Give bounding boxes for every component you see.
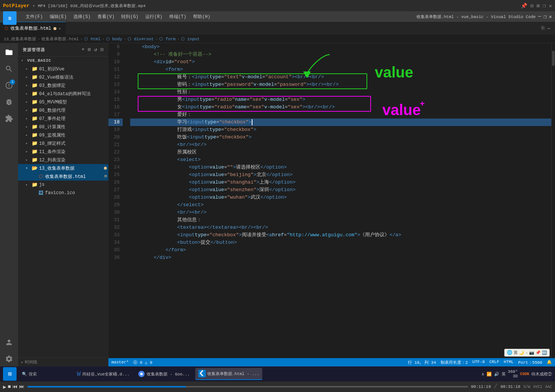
breadcrumb-body[interactable]: ⬡ body — [106, 36, 122, 41]
restore-icon[interactable]: ⊞ — [537, 3, 540, 9]
collapse-icon[interactable]: ⊟ — [100, 47, 104, 53]
vscode-minimize[interactable]: ─ — [538, 14, 541, 20]
activity-files[interactable] — [2, 45, 17, 60]
minimize-icon[interactable]: ⊟ — [530, 3, 533, 9]
maximize-icon[interactable]: ❐ — [543, 3, 546, 9]
git-badge: 1 — [10, 79, 15, 85]
tree-folder-10[interactable]: ▸ 📁 10_绑定样式 — [18, 139, 108, 147]
tree-folder-12[interactable]: ▸ 📁 12_列表渲染 — [18, 156, 108, 164]
potplayer-titlebar: PotPlayer ▾ MP4 [38/168] 038_尚硅谷Vue技术_收集… — [0, 0, 555, 11]
code-line-12: 账号：<input type="text" v-model="account">… — [130, 73, 551, 81]
breadcrumb-file[interactable]: 收集表单数据.html — [41, 36, 79, 42]
tree-folder-01[interactable]: ▸ 📁 01_初识Vue — [18, 65, 108, 73]
taskbar-time: 360° 3D — [508, 369, 518, 378]
taskbar-vscode[interactable]: 收集表单数据.html - ... — [195, 368, 263, 380]
tree-folder-08[interactable]: ▸ 📁 08_计算属性 — [18, 123, 108, 131]
tree-folder-11[interactable]: ▸ 📁 11_条件渲染 — [18, 147, 108, 156]
status-line-ending[interactable]: CRLF — [489, 360, 499, 365]
menu-view[interactable]: 查看(V) — [94, 12, 118, 21]
tree-file-html[interactable]: ▸ ⬡ 收集表单数据.html M — [18, 172, 108, 181]
breadcrumb-html[interactable]: ⬡ html — [84, 36, 100, 41]
menu-terminal[interactable]: 终端(T) — [166, 12, 190, 21]
status-language[interactable]: HTML — [504, 360, 514, 365]
close-icon[interactable]: ✕ — [549, 3, 552, 9]
tab-close-button[interactable]: ✕ — [59, 26, 61, 31]
media-progress-bar[interactable] — [27, 386, 468, 387]
menu-run[interactable]: 运行(R) — [142, 12, 166, 21]
pin-icon[interactable]: 📌 — [521, 3, 527, 9]
status-git[interactable]: master* — [111, 360, 129, 365]
status-bell[interactable]: 🔔 — [547, 360, 552, 365]
breadcrumb-input[interactable]: ⬡ input — [181, 36, 200, 41]
vscode-close[interactable]: ✕ — [549, 14, 552, 20]
menu-select[interactable]: 选择(S) — [70, 12, 94, 21]
activity-search[interactable] — [2, 61, 17, 76]
code-line-30: <br/><br/> — [130, 209, 551, 216]
split-editor-icon[interactable]: ⎘ — [541, 25, 544, 31]
media-time-total: 00:31:18 — [500, 384, 520, 389]
breadcrumb-form[interactable]: ⬡ form — [159, 36, 175, 41]
status-encoding[interactable]: UTF-8 — [472, 360, 485, 365]
potplayer-dropdown[interactable]: ▾ — [32, 3, 35, 8]
status-port[interactable]: Port：5500 — [518, 360, 542, 365]
taskbar-csdn[interactable]: CSDN — [520, 372, 529, 376]
taskbar-search[interactable]: 🔍 搜索 — [19, 368, 71, 380]
status-line-col[interactable]: 行 18, 列 34 — [408, 360, 436, 365]
tree-folder-03[interactable]: ▸ 📁 03_数据绑定 — [18, 81, 108, 90]
timeline-bar[interactable]: ▸ 时间线 — [18, 357, 108, 366]
menu-help[interactable]: 帮助(H) — [190, 12, 213, 21]
stop-button[interactable]: ■ — [8, 384, 11, 390]
media-controls: ▶ ■ ⏮ ⏭ — [3, 384, 24, 390]
taskbar-network[interactable]: 📶 — [487, 372, 492, 377]
activity-account[interactable] — [2, 335, 17, 350]
tree-folder-js[interactable]: ▸ 📁 js — [18, 181, 108, 189]
status-selection[interactable]: 制表符长度：2 — [441, 360, 468, 365]
taskbar-chevron[interactable]: ∧ — [482, 372, 484, 377]
breadcrumb-div[interactable]: ⬡ div#root — [128, 36, 154, 41]
tree-folder-02[interactable]: ▸ 📁 02_Vue模板语法 — [18, 73, 108, 81]
code-content[interactable]: value value + <body> <!-- 准备好一个容器--> <di… — [126, 43, 551, 358]
tree-folder-06[interactable]: ▸ 📁 06_数据代理 — [18, 106, 108, 114]
menu-edit[interactable]: 编辑(E) — [47, 12, 70, 21]
activity-git[interactable]: 1 — [2, 78, 17, 93]
vscode-restore[interactable]: ❐ — [543, 14, 546, 20]
new-folder-icon[interactable]: ⊞ — [88, 47, 91, 53]
code-line-10: <div id="root"> — [130, 58, 551, 66]
taskbar-ime[interactable]: 英 — [502, 371, 506, 377]
scrollbar-thumb[interactable] — [552, 51, 555, 66]
next-button[interactable]: ⏭ — [19, 384, 24, 390]
tree-root-vue-basic[interactable]: ▾ VUE_BASIC — [18, 56, 108, 65]
taskbar-right: ∧ 📶 🔊 英 360° 3D CSDN 待木成橙② — [482, 369, 552, 378]
activity-settings[interactable] — [2, 351, 17, 366]
code-line-26: <option value="shanghai">上海</option> — [130, 179, 551, 186]
breadcrumb-folder[interactable]: 13_收集表单数据 — [4, 36, 36, 42]
tree-file-favicon[interactable]: ▸ 🖼 favicon.ico — [18, 189, 108, 197]
editor-area: 8 9 10 11 12 13 14 15 16 17 18 19 20 21 … — [108, 43, 555, 366]
tree-folder-04[interactable]: ▸ 📁 04_el与data的两种写法 — [18, 90, 108, 98]
scrollbar[interactable] — [551, 43, 555, 358]
code-line-21: <br/><br/> — [130, 141, 551, 149]
media-codec-sw: S/W — [523, 385, 530, 389]
status-errors[interactable]: ⓪ 0 △ 0 — [133, 360, 152, 365]
tree-folder-07[interactable]: ▸ 📁 07_事件处理 — [18, 114, 108, 123]
windows-taskbar: ⊞ 🔍 搜索 W 尚硅谷_Vue全家桶.d... 收集表数据 - Goo... … — [0, 366, 555, 381]
prev-button[interactable]: ⏮ — [12, 384, 18, 390]
activity-debug[interactable] — [2, 94, 17, 109]
menu-file[interactable]: 文件(F) — [23, 12, 46, 21]
taskbar-volume[interactable]: 🔊 — [494, 372, 499, 377]
new-file-icon[interactable]: + — [82, 47, 85, 53]
sidebar: 资源管理器 + ⊞ ↺ ⊟ ▾ VUE_BASIC ▸ 📁 01_初识Vue ▸ — [18, 43, 108, 366]
taskbar-word[interactable]: W 尚硅谷_Vue全家桶.d... — [74, 368, 132, 380]
tree-folder-13[interactable]: ▾ 📂 13_收集表单数据 — [18, 164, 108, 172]
start-button[interactable]: ⊞ — [3, 367, 17, 381]
refresh-icon[interactable]: ↺ — [94, 47, 97, 53]
taskbar-user[interactable]: 待木成橙② — [531, 371, 552, 377]
taskbar-chrome[interactable]: 收集表数据 - Goo... — [135, 368, 193, 380]
tree-folder-05[interactable]: ▸ 📁 05_MVVM模型 — [18, 98, 108, 106]
activity-extensions[interactable] — [2, 111, 17, 126]
play-button[interactable]: ▶ — [3, 384, 6, 390]
code-line-14: 性别： — [130, 88, 551, 96]
tree-folder-09[interactable]: ▸ 📁 09_监视属性 — [18, 131, 108, 139]
menu-goto[interactable]: 转到(G) — [118, 12, 141, 21]
more-icon[interactable]: ⋯ — [547, 25, 550, 32]
